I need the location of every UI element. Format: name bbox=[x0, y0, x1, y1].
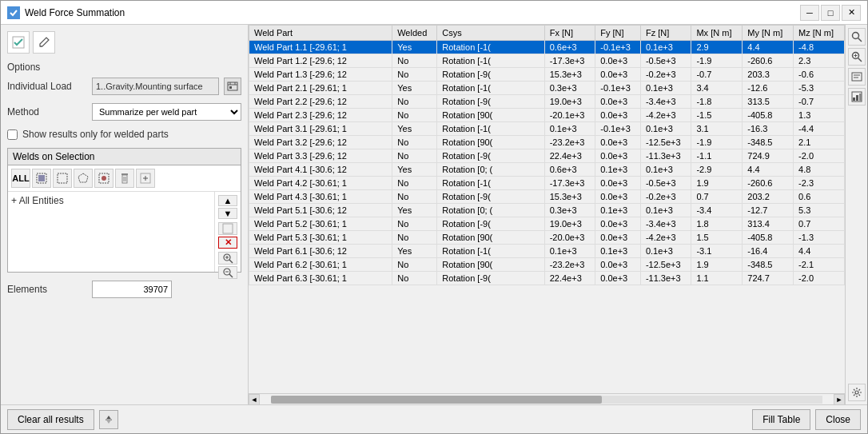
svg-rect-8 bbox=[229, 86, 232, 89]
svg-marker-45 bbox=[106, 419, 112, 424]
svg-rect-0 bbox=[8, 7, 19, 18]
main-window: Weld Force Summation ─ □ ✕ bbox=[0, 0, 868, 434]
svg-rect-42 bbox=[859, 94, 862, 101]
rsb-search-btn[interactable] bbox=[848, 28, 866, 46]
right-sidebar bbox=[845, 25, 867, 404]
col-mx: Mx [N m] bbox=[691, 26, 743, 41]
welds-side-buttons: ▲ ▼ ✕ bbox=[214, 192, 241, 272]
maximize-button[interactable]: □ bbox=[821, 5, 840, 21]
individual-load-row: Individual Load 1..Gravity.Mounting surf… bbox=[7, 78, 241, 95]
sort-button[interactable] bbox=[99, 410, 118, 429]
rsb-filter-btn[interactable] bbox=[848, 68, 866, 86]
svg-rect-41 bbox=[856, 95, 858, 101]
weld-down-btn[interactable]: ▼ bbox=[218, 208, 237, 219]
svg-rect-11 bbox=[58, 173, 67, 183]
clear-all-button[interactable]: Clear all results bbox=[7, 409, 94, 430]
bottom-right-actions: Fill Table Close bbox=[752, 409, 861, 430]
weld-extra[interactable] bbox=[136, 169, 155, 188]
svg-rect-40 bbox=[853, 98, 855, 101]
right-panel: Weld Part Welded Csys Fx [N] Fy [N] Fz [… bbox=[249, 25, 867, 404]
table-row[interactable]: Weld Part 3.1 [-29.61; 1YesRotation [-1(… bbox=[249, 122, 845, 136]
table-row[interactable]: Weld Part 4.1 [-30.6; 12YesRotation [0; … bbox=[249, 163, 845, 177]
scroll-left-btn[interactable]: ◄ bbox=[249, 394, 260, 405]
table-row[interactable]: Weld Part 2.2 [-29.6; 12NoRotation [-9(1… bbox=[249, 95, 845, 109]
welds-section: Welds on Selection ALL bbox=[7, 148, 241, 273]
table-row[interactable]: Weld Part 1.2 [-29.6; 12NoRotation [-1(-… bbox=[249, 54, 845, 68]
svg-point-14 bbox=[102, 176, 106, 181]
fill-table-button[interactable]: Fill Table bbox=[752, 409, 810, 430]
close-title-button[interactable]: ✕ bbox=[842, 5, 861, 21]
svg-marker-12 bbox=[78, 173, 88, 182]
svg-rect-16 bbox=[122, 175, 127, 183]
svg-rect-22 bbox=[223, 224, 233, 233]
table-row[interactable]: Weld Part 1.1 [-29.61; 1YesRotation [-1(… bbox=[249, 41, 845, 54]
svg-rect-36 bbox=[852, 73, 862, 81]
minimize-button[interactable]: ─ bbox=[800, 5, 819, 21]
svg-rect-10 bbox=[38, 175, 45, 181]
elements-input[interactable]: 39707 bbox=[92, 281, 172, 298]
method-label: Method bbox=[7, 106, 87, 117]
scroll-right-btn[interactable]: ► bbox=[834, 394, 845, 405]
individual-load-label: Individual Load bbox=[7, 81, 87, 92]
table-header-row: Weld Part Welded Csys Fx [N] Fy [N] Fz [… bbox=[249, 26, 845, 41]
svg-rect-4 bbox=[228, 82, 237, 90]
svg-point-43 bbox=[855, 391, 858, 394]
weld-delete[interactable] bbox=[115, 169, 134, 188]
svg-point-30 bbox=[852, 33, 858, 39]
table-row[interactable]: Weld Part 6.3 [-30.61; 1NoRotation [-9(2… bbox=[249, 272, 845, 285]
method-row: Method Summarize per weld part bbox=[7, 103, 241, 121]
individual-load-value[interactable]: 1..Gravity.Mounting surface bbox=[92, 78, 219, 95]
svg-marker-2 bbox=[40, 38, 49, 46]
rsb-settings-btn[interactable] bbox=[848, 384, 866, 401]
weld-paint-select[interactable] bbox=[94, 169, 113, 188]
table-row[interactable]: Weld Part 2.1 [-29.61; 1YesRotation [-1(… bbox=[249, 82, 845, 95]
window-title: Weld Force Summation bbox=[25, 7, 125, 18]
table-row[interactable]: Weld Part 6.2 [-30.61; 1NoRotation [90(-… bbox=[249, 258, 845, 272]
individual-load-browse[interactable] bbox=[224, 78, 241, 95]
svg-line-28 bbox=[229, 274, 233, 277]
table-row[interactable]: Weld Part 3.2 [-29.6; 12NoRotation [90(-… bbox=[249, 136, 845, 149]
show-results-checkbox[interactable] bbox=[7, 129, 18, 140]
svg-line-24 bbox=[229, 260, 233, 263]
col-fz: Fz [N] bbox=[640, 26, 691, 41]
weld-edit-btn[interactable] bbox=[218, 222, 237, 235]
table-row[interactable]: Weld Part 4.3 [-30.61; 1NoRotation [-9(1… bbox=[249, 190, 845, 204]
weld-remove-btn[interactable]: ✕ bbox=[218, 237, 237, 249]
table-scroll[interactable]: Weld Part Welded Csys Fx [N] Fy [N] Fz [… bbox=[249, 25, 845, 393]
table-row[interactable]: Weld Part 5.2 [-30.61; 1NoRotation [-9(1… bbox=[249, 217, 845, 231]
pencil-button[interactable] bbox=[33, 31, 55, 54]
rsb-zoom-btn[interactable] bbox=[848, 48, 866, 66]
table-row[interactable]: Weld Part 2.3 [-29.6; 12NoRotation [90(-… bbox=[249, 109, 845, 122]
close-button[interactable]: Close bbox=[815, 409, 861, 430]
weld-polygon-select[interactable] bbox=[74, 169, 93, 188]
weld-up-btn[interactable]: ▲ bbox=[218, 195, 237, 206]
title-bar-left: Weld Force Summation bbox=[7, 6, 125, 19]
weld-zoom-in-btn[interactable] bbox=[218, 252, 237, 265]
col-fx: Fx [N] bbox=[544, 26, 595, 41]
results-table: Weld Part Welded Csys Fx [N] Fy [N] Fz [… bbox=[249, 25, 845, 285]
horizontal-scrollbar[interactable]: ◄ ► bbox=[249, 393, 845, 404]
top-toolbar bbox=[7, 31, 241, 54]
window-controls: ─ □ ✕ bbox=[800, 5, 861, 21]
table-area: Weld Part Welded Csys Fx [N] Fy [N] Fz [… bbox=[249, 25, 845, 404]
table-row[interactable]: Weld Part 4.2 [-30.61; 1NoRotation [-1(-… bbox=[249, 177, 845, 190]
weld-select-all[interactable]: ALL bbox=[11, 169, 30, 188]
scrollbar-track[interactable] bbox=[271, 396, 822, 404]
check-button[interactable] bbox=[7, 31, 30, 54]
left-panel: Options Individual Load 1..Gravity.Mount… bbox=[1, 25, 249, 404]
method-select[interactable]: Summarize per weld part bbox=[92, 103, 241, 121]
table-row[interactable]: Weld Part 5.1 [-30.6; 12YesRotation [0; … bbox=[249, 204, 845, 217]
col-my: My [N m] bbox=[743, 26, 794, 41]
elements-label: Elements bbox=[7, 284, 87, 295]
svg-line-33 bbox=[858, 58, 862, 62]
table-row[interactable]: Weld Part 5.3 [-30.61; 1NoRotation [90(-… bbox=[249, 231, 845, 245]
weld-zoom-out-btn[interactable] bbox=[218, 266, 237, 279]
table-row[interactable]: Weld Part 6.1 [-30.6; 12YesRotation [-1(… bbox=[249, 245, 845, 258]
table-row[interactable]: Weld Part 1.3 [-29.6; 12NoRotation [-9(1… bbox=[249, 68, 845, 82]
weld-select-some[interactable] bbox=[32, 169, 51, 188]
rsb-graph-btn[interactable] bbox=[848, 88, 866, 106]
show-results-label[interactable]: Show results only for welded parts bbox=[22, 129, 169, 140]
all-entities-item[interactable]: + All Entities bbox=[11, 195, 64, 206]
table-row[interactable]: Weld Part 3.3 [-29.6; 12NoRotation [-9(2… bbox=[249, 149, 845, 163]
weld-box-select[interactable] bbox=[53, 169, 72, 188]
